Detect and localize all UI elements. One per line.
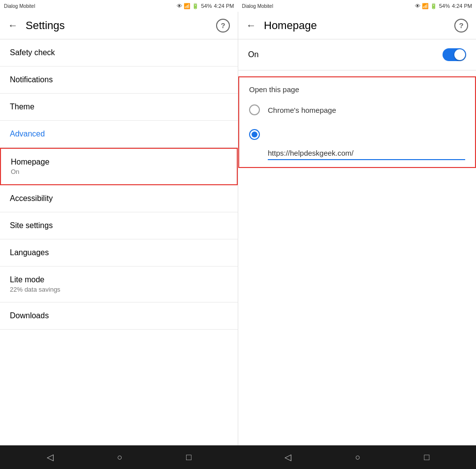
settings-back-button[interactable]: ←	[8, 20, 18, 31]
homepage-title-text: Homepage	[264, 19, 454, 32]
chrome-homepage-option[interactable]: Chrome's homepage	[239, 98, 475, 122]
right-nav-bar: ◁ ○ □	[238, 452, 476, 463]
nav-bar: ◁ ○ □ ◁ ○ □	[0, 445, 476, 469]
homepage-subtitle: On	[11, 168, 227, 175]
homepage-toggle-row: On	[238, 39, 476, 70]
chrome-homepage-radio[interactable]	[249, 104, 260, 115]
right-status-bar: Dialog Mobitel 👁 📶 🔋 54% 4:24 PM	[238, 0, 476, 12]
left-carrier: Dialog Mobitel	[4, 3, 35, 9]
settings-item-homepage[interactable]: Homepage On	[0, 148, 238, 185]
advanced-title: Advanced	[10, 130, 228, 138]
homepage-panel: ← Homepage ? On Open this page Chrome's …	[238, 12, 476, 445]
right-status-right: 👁 📶 🔋 54% 4:24 PM	[415, 3, 472, 9]
left-back-nav-icon[interactable]: ◁	[47, 452, 54, 463]
open-page-title: Open this page	[239, 77, 475, 98]
left-recent-nav-icon[interactable]: □	[186, 452, 191, 463]
settings-item-advanced[interactable]: Advanced	[0, 121, 238, 148]
settings-item-accessibility[interactable]: Accessibility	[0, 185, 238, 212]
open-page-section: Open this page Chrome's homepage	[238, 76, 476, 168]
right-battery: 54%	[439, 3, 450, 9]
site-settings-title: Site settings	[10, 221, 228, 230]
settings-item-lite-mode[interactable]: Lite mode 22% data savings	[0, 267, 238, 302]
settings-help-button[interactable]: ?	[216, 19, 230, 33]
settings-panel: ← Settings ? Safety check Notifications …	[0, 12, 238, 445]
right-back-nav-icon[interactable]: ◁	[285, 452, 291, 463]
radio-selected-dot	[252, 132, 257, 137]
toggle-knob	[454, 49, 465, 60]
left-home-nav-icon[interactable]: ○	[117, 452, 123, 463]
custom-url-option[interactable]	[239, 122, 475, 147]
left-nav-bar: ◁ ○ □	[0, 452, 238, 463]
lite-mode-subtitle: 22% data savings	[10, 286, 228, 293]
settings-item-theme[interactable]: Theme	[0, 94, 238, 121]
settings-item-site-settings[interactable]: Site settings	[0, 212, 238, 239]
languages-title: Languages	[10, 248, 228, 257]
settings-item-notifications[interactable]: Notifications	[0, 67, 238, 94]
lite-mode-title: Lite mode	[10, 275, 228, 284]
left-status-bar: Dialog Mobitel 👁 📶 🔋 54% 4:24 PM	[0, 0, 238, 12]
homepage-toggle[interactable]	[443, 48, 466, 61]
settings-item-safety-check[interactable]: Safety check	[0, 39, 238, 67]
settings-list: Safety check Notifications Theme Advance…	[0, 39, 238, 445]
url-input[interactable]	[268, 147, 465, 160]
settings-header: ← Settings ?	[0, 12, 238, 39]
status-bar: Dialog Mobitel 👁 📶 🔋 54% 4:24 PM Dialog …	[0, 0, 476, 12]
main-panels: ← Settings ? Safety check Notifications …	[0, 12, 476, 445]
right-home-nav-icon[interactable]: ○	[355, 452, 360, 463]
homepage-back-button[interactable]: ←	[246, 20, 256, 31]
left-status-right: 👁 📶 🔋 54% 4:24 PM	[177, 3, 234, 9]
homepage-title: Homepage	[11, 158, 227, 167]
chrome-homepage-label: Chrome's homepage	[268, 106, 336, 114]
left-status-icons: 👁 📶 🔋	[177, 3, 199, 9]
settings-item-downloads[interactable]: Downloads	[0, 302, 238, 330]
accessibility-title: Accessibility	[10, 194, 228, 203]
settings-item-languages[interactable]: Languages	[0, 239, 238, 267]
theme-title: Theme	[10, 102, 228, 111]
downloads-title: Downloads	[10, 311, 228, 320]
notifications-title: Notifications	[10, 75, 228, 84]
right-carrier: Dialog Mobitel	[242, 3, 273, 9]
safety-check-title: Safety check	[10, 48, 228, 57]
right-status-icons: 👁 📶 🔋	[415, 3, 437, 9]
left-battery: 54%	[201, 3, 212, 9]
homepage-header: ← Homepage ?	[238, 12, 476, 39]
toggle-label: On	[248, 50, 258, 59]
right-time: 4:24 PM	[452, 3, 472, 9]
left-time: 4:24 PM	[214, 3, 234, 9]
right-recent-nav-icon[interactable]: □	[424, 452, 430, 463]
homepage-help-button[interactable]: ?	[454, 19, 468, 33]
settings-title: Settings	[26, 19, 216, 32]
custom-url-radio[interactable]	[249, 129, 260, 140]
url-input-container	[239, 147, 475, 167]
